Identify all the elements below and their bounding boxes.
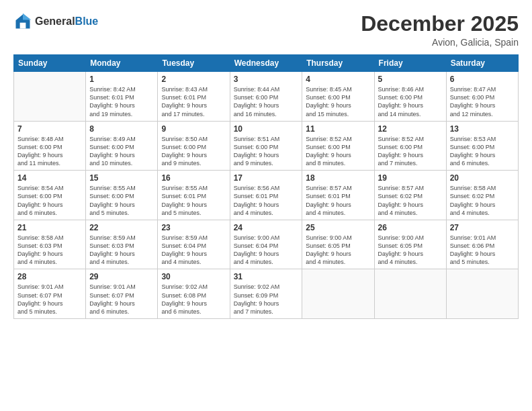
calendar-cell: 10Sunrise: 8:51 AMSunset: 6:00 PMDayligh… (230, 121, 302, 171)
day-number: 8 (89, 124, 154, 134)
day-info: Sunrise: 8:57 AMSunset: 6:02 PMDaylight:… (378, 184, 443, 217)
day-number: 26 (378, 223, 443, 232)
calendar-cell: 30Sunrise: 9:02 AMSunset: 6:08 PMDayligh… (158, 269, 230, 319)
calendar-header-friday: Friday (374, 55, 446, 72)
day-number: 23 (161, 223, 226, 232)
calendar-week-2: 14Sunrise: 8:54 AMSunset: 6:00 PMDayligh… (14, 171, 519, 220)
svg-marker-2 (23, 13, 31, 20)
calendar-week-1: 7Sunrise: 8:48 AMSunset: 6:00 PMDaylight… (14, 121, 519, 171)
calendar-cell: 22Sunrise: 8:59 AMSunset: 6:03 PMDayligh… (86, 220, 158, 269)
day-info: Sunrise: 9:02 AMSunset: 6:08 PMDaylight:… (161, 283, 226, 316)
day-info: Sunrise: 8:56 AMSunset: 6:01 PMDaylight:… (234, 184, 299, 217)
calendar-header-monday: Monday (86, 55, 158, 72)
calendar-cell: 15Sunrise: 8:55 AMSunset: 6:00 PMDayligh… (86, 171, 158, 220)
calendar-cell: 8Sunrise: 8:49 AMSunset: 6:00 PMDaylight… (86, 121, 158, 171)
day-info: Sunrise: 8:45 AMSunset: 6:00 PMDaylight:… (306, 85, 370, 118)
day-info: Sunrise: 8:49 AMSunset: 6:00 PMDaylight:… (89, 135, 154, 168)
day-number: 29 (89, 272, 154, 281)
calendar-header-sunday: Sunday (14, 55, 86, 72)
day-number: 27 (450, 223, 515, 232)
day-number: 12 (378, 124, 443, 134)
day-info: Sunrise: 8:46 AMSunset: 6:00 PMDaylight:… (378, 85, 443, 118)
day-info: Sunrise: 8:50 AMSunset: 6:00 PMDaylight:… (161, 135, 226, 168)
day-number: 14 (17, 173, 82, 183)
calendar-cell: 4Sunrise: 8:45 AMSunset: 6:00 PMDaylight… (302, 72, 374, 122)
calendar-cell: 29Sunrise: 9:01 AMSunset: 6:07 PMDayligh… (86, 269, 158, 319)
day-info: Sunrise: 8:44 AMSunset: 6:00 PMDaylight:… (234, 85, 299, 118)
title-block: December 2025 Avion, Galicia, Spain (361, 12, 519, 48)
day-info: Sunrise: 9:01 AMSunset: 6:07 PMDaylight:… (89, 283, 154, 316)
day-number: 2 (161, 75, 226, 84)
day-number: 15 (89, 173, 154, 183)
day-info: Sunrise: 9:00 AMSunset: 6:05 PMDaylight:… (378, 234, 443, 267)
calendar-cell: 5Sunrise: 8:46 AMSunset: 6:00 PMDaylight… (374, 72, 446, 122)
day-info: Sunrise: 8:54 AMSunset: 6:00 PMDaylight:… (17, 184, 82, 217)
page: GeneralBlue December 2025 Avion, Galicia… (0, 0, 532, 411)
day-info: Sunrise: 8:43 AMSunset: 6:01 PMDaylight:… (161, 85, 226, 118)
calendar-cell: 12Sunrise: 8:52 AMSunset: 6:00 PMDayligh… (374, 121, 446, 171)
calendar-cell: 7Sunrise: 8:48 AMSunset: 6:00 PMDaylight… (14, 121, 86, 171)
day-number: 28 (17, 272, 82, 281)
subtitle: Avion, Galicia, Spain (361, 37, 519, 48)
day-info: Sunrise: 8:59 AMSunset: 6:03 PMDaylight:… (89, 234, 154, 267)
day-number: 21 (17, 223, 82, 232)
day-number: 25 (306, 223, 370, 232)
calendar-cell: 16Sunrise: 8:55 AMSunset: 6:01 PMDayligh… (158, 171, 230, 220)
day-number: 19 (378, 173, 443, 183)
day-number: 9 (161, 124, 226, 134)
calendar-cell: 23Sunrise: 8:59 AMSunset: 6:04 PMDayligh… (158, 220, 230, 269)
calendar-cell: 21Sunrise: 8:58 AMSunset: 6:03 PMDayligh… (14, 220, 86, 269)
calendar-cell: 6Sunrise: 8:47 AMSunset: 6:00 PMDaylight… (446, 72, 518, 122)
day-info: Sunrise: 8:48 AMSunset: 6:00 PMDaylight:… (17, 135, 82, 168)
calendar-table: SundayMondayTuesdayWednesdayThursdayFrid… (13, 54, 519, 319)
calendar-cell: 9Sunrise: 8:50 AMSunset: 6:00 PMDaylight… (158, 121, 230, 171)
calendar-cell: 18Sunrise: 8:57 AMSunset: 6:01 PMDayligh… (302, 171, 374, 220)
logo: GeneralBlue (13, 12, 98, 31)
calendar-cell: 3Sunrise: 8:44 AMSunset: 6:00 PMDaylight… (230, 72, 302, 122)
day-number: 10 (234, 124, 299, 134)
day-info: Sunrise: 8:51 AMSunset: 6:00 PMDaylight:… (234, 135, 299, 168)
day-number: 1 (89, 75, 154, 84)
day-info: Sunrise: 8:58 AMSunset: 6:02 PMDaylight:… (450, 184, 515, 217)
day-info: Sunrise: 8:55 AMSunset: 6:01 PMDaylight:… (161, 184, 226, 217)
day-number: 6 (450, 75, 515, 84)
day-info: Sunrise: 8:59 AMSunset: 6:04 PMDaylight:… (161, 234, 226, 267)
day-info: Sunrise: 9:00 AMSunset: 6:05 PMDaylight:… (306, 234, 370, 267)
calendar-cell: 27Sunrise: 9:01 AMSunset: 6:06 PMDayligh… (446, 220, 518, 269)
calendar-cell: 24Sunrise: 9:00 AMSunset: 6:04 PMDayligh… (230, 220, 302, 269)
day-info: Sunrise: 8:58 AMSunset: 6:03 PMDaylight:… (17, 234, 82, 267)
day-number: 18 (306, 173, 370, 183)
day-number: 11 (306, 124, 370, 134)
main-title: December 2025 (361, 12, 519, 36)
calendar-week-4: 28Sunrise: 9:01 AMSunset: 6:07 PMDayligh… (14, 269, 519, 319)
day-number: 5 (378, 75, 443, 84)
logo-text: GeneralBlue (35, 15, 98, 28)
header: GeneralBlue December 2025 Avion, Galicia… (13, 12, 519, 48)
calendar-cell: 1Sunrise: 8:42 AMSunset: 6:01 PMDaylight… (86, 72, 158, 122)
day-number: 30 (161, 272, 226, 281)
calendar-cell: 17Sunrise: 8:56 AMSunset: 6:01 PMDayligh… (230, 171, 302, 220)
svg-rect-3 (20, 23, 26, 29)
day-info: Sunrise: 8:52 AMSunset: 6:00 PMDaylight:… (306, 135, 370, 168)
calendar-cell: 14Sunrise: 8:54 AMSunset: 6:00 PMDayligh… (14, 171, 86, 220)
day-number: 3 (234, 75, 299, 84)
calendar-header-tuesday: Tuesday (158, 55, 230, 72)
day-info: Sunrise: 8:42 AMSunset: 6:01 PMDaylight:… (89, 85, 154, 118)
calendar-cell (302, 269, 374, 319)
day-number: 20 (450, 173, 515, 183)
day-number: 31 (234, 272, 299, 281)
calendar-cell: 2Sunrise: 8:43 AMSunset: 6:01 PMDaylight… (158, 72, 230, 122)
day-info: Sunrise: 8:47 AMSunset: 6:00 PMDaylight:… (450, 85, 515, 118)
day-info: Sunrise: 9:00 AMSunset: 6:04 PMDaylight:… (234, 234, 299, 267)
calendar-week-3: 21Sunrise: 8:58 AMSunset: 6:03 PMDayligh… (14, 220, 519, 269)
calendar-cell: 13Sunrise: 8:53 AMSunset: 6:00 PMDayligh… (446, 121, 518, 171)
calendar-header-saturday: Saturday (446, 55, 518, 72)
day-number: 13 (450, 124, 515, 134)
day-info: Sunrise: 8:57 AMSunset: 6:01 PMDaylight:… (306, 184, 370, 217)
day-info: Sunrise: 8:53 AMSunset: 6:00 PMDaylight:… (450, 135, 515, 168)
day-number: 16 (161, 173, 226, 183)
calendar-cell: 11Sunrise: 8:52 AMSunset: 6:00 PMDayligh… (302, 121, 374, 171)
calendar-week-0: 1Sunrise: 8:42 AMSunset: 6:01 PMDaylight… (14, 72, 519, 122)
day-number: 22 (89, 223, 154, 232)
calendar-cell: 20Sunrise: 8:58 AMSunset: 6:02 PMDayligh… (446, 171, 518, 220)
